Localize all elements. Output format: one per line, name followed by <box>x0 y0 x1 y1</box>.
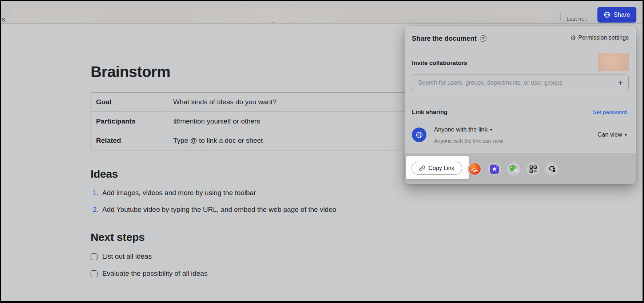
share-channel-protected-link[interactable] <box>545 162 559 176</box>
popover-title: Share the document ? <box>412 35 486 43</box>
link-icon <box>419 165 425 171</box>
starred-doc-icon <box>490 165 499 174</box>
last-modified-label: Last m... <box>567 16 588 22</box>
todo-item: List out all ideas <box>91 252 152 260</box>
set-password-link[interactable]: Set password <box>593 109 627 116</box>
share-channel-wechat[interactable] <box>506 162 521 176</box>
collaborator-search-box: + <box>412 74 629 91</box>
globe-icon <box>604 11 611 18</box>
todo-text: List out all ideas <box>102 252 152 260</box>
blurred-toolbar-remnant <box>271 22 275 23</box>
top-toolbar: S, Last m... Share <box>1 1 643 24</box>
screenshot-frame: S, Last m... Share Brainstorm <box>0 0 644 303</box>
ideas-heading: Ideas <box>91 168 118 180</box>
qr-code-icon <box>529 165 537 173</box>
permission-settings-label: Permission settings <box>578 35 629 41</box>
list-text: Add images, videos and more by using the… <box>102 189 256 197</box>
collaborator-search-input[interactable] <box>412 74 612 91</box>
add-collaborator-button[interactable]: + <box>612 74 628 91</box>
table-cell-value[interactable]: What kinds of ideas do you want? <box>168 93 410 112</box>
link-access-globe-avatar <box>412 128 426 142</box>
list-text: Add Youtube video by typing the URL, and… <box>102 206 336 214</box>
link-sharing-label: Link sharing <box>412 109 448 116</box>
invite-collaborators-label: Invite collaborators <box>412 60 467 66</box>
link-access-value: Anyone with the link <box>434 126 488 133</box>
table-cell-value[interactable]: @mention yourself or others <box>168 112 410 131</box>
copy-link-label: Copy Link <box>428 165 454 171</box>
list-number: 2. <box>93 206 102 214</box>
wechat-icon <box>509 165 519 173</box>
share-button-label: Share <box>613 11 630 19</box>
document-canvas: Brainstorm Goal What kinds of ideas do y… <box>1 24 643 301</box>
doc-meta-table: Goal What kinds of ideas do you want? Pa… <box>91 92 410 150</box>
chevron-down-icon: ▾ <box>490 128 492 132</box>
lark-app-icon <box>469 163 481 175</box>
help-icon[interactable]: ? <box>480 35 486 42</box>
blurred-toolbar-strip <box>12 8 550 23</box>
todo-text: Evaluate the possibility of all ideas <box>102 270 207 278</box>
permission-level-dropdown[interactable]: Can view ▾ <box>597 131 627 138</box>
toolbar-divider <box>560 13 561 21</box>
chevron-down-icon: ▾ <box>625 133 627 137</box>
share-channel-starred-doc[interactable] <box>487 162 502 176</box>
globe-icon <box>416 131 423 139</box>
share-button[interactable]: Share <box>597 7 636 23</box>
checkbox-unchecked[interactable] <box>91 270 98 277</box>
table-cell-label[interactable]: Goal <box>91 93 168 112</box>
star-glyph <box>492 166 497 171</box>
checkbox-unchecked[interactable] <box>91 253 98 260</box>
permission-level-value: Can view <box>597 131 622 138</box>
table-cell-label[interactable]: Participants <box>91 112 168 131</box>
share-channel-lark[interactable] <box>468 162 482 176</box>
share-channel-qr-code[interactable] <box>526 162 540 176</box>
copy-link-button[interactable]: Copy Link <box>412 162 462 175</box>
todo-item: Evaluate the possibility of all ideas <box>91 270 207 278</box>
popover-title-text: Share the document <box>412 35 477 43</box>
ordered-list-item: 2. Add Youtube video by typing the URL, … <box>93 205 336 214</box>
blurred-toolbar-remnant <box>293 22 294 23</box>
ordered-list-item: 1. Add images, videos and more by using … <box>93 189 256 197</box>
table-row: Goal What kinds of ideas do you want? <box>91 93 410 112</box>
link-access-description: Anyone with the link can view <box>434 138 503 144</box>
table-row: Participants @mention yourself or others <box>91 112 410 131</box>
next-steps-heading: Next steps <box>91 231 145 243</box>
document-title: Brainstorm <box>91 63 170 81</box>
link-access-dropdown[interactable]: Anyone with the link ▾ <box>434 126 492 133</box>
permission-settings-button[interactable]: ⚙ Permission settings <box>570 35 629 41</box>
app-window: S, Last m... Share Brainstorm <box>1 1 643 301</box>
share-popover: Share the document ? ⚙ Permission settin… <box>405 26 636 184</box>
truncated-left-text: S, <box>1 16 7 23</box>
gear-icon: ⚙ <box>570 35 576 41</box>
protected-link-icon <box>548 165 556 173</box>
table-cell-label[interactable]: Related <box>91 131 168 150</box>
plus-icon: + <box>618 78 623 88</box>
blurred-avatar <box>598 53 629 71</box>
table-row: Related Type @ to link a doc or sheet <box>91 131 410 150</box>
list-number: 1. <box>93 189 102 197</box>
table-cell-value[interactable]: Type @ to link a doc or sheet <box>168 131 410 150</box>
